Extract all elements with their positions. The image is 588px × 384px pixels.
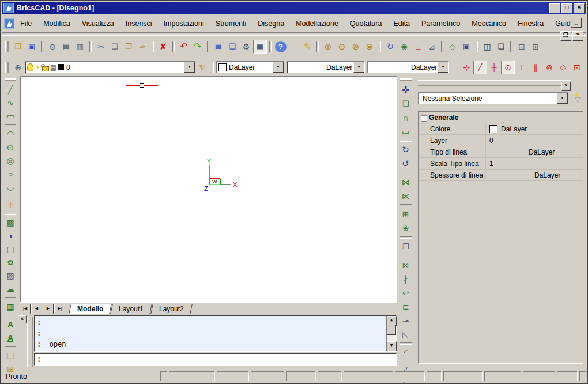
- toolbar-gripper[interactable]: [400, 78, 412, 81]
- property-value[interactable]: DaLayer: [486, 148, 583, 156]
- tab-layout1[interactable]: Layout1: [110, 304, 152, 314]
- print-icon[interactable]: ▤: [59, 40, 73, 54]
- tab-first-button[interactable]: |◀: [20, 304, 31, 314]
- status-cell[interactable]: [169, 371, 215, 381]
- mtext-icon[interactable]: A: [3, 332, 17, 345]
- menu-item-meccanico[interactable]: Meccanico: [466, 18, 512, 29]
- paste-icon[interactable]: ❐: [122, 40, 135, 54]
- snap-parallel-icon[interactable]: ∥: [529, 61, 542, 74]
- revision-cloud-icon[interactable]: ☁: [3, 283, 17, 296]
- status-cell[interactable]: [427, 371, 442, 381]
- dropdown-arrow-icon[interactable]: ▼: [557, 93, 568, 104]
- tab-layout2[interactable]: Layout2: [150, 304, 193, 314]
- render-icon[interactable]: ⊿: [425, 40, 439, 54]
- toolbar-gripper[interactable]: [5, 62, 9, 73]
- polyline-icon[interactable]: ∿: [3, 96, 17, 110]
- block-icon[interactable]: ❑: [3, 349, 17, 363]
- snap-perpendicular-icon[interactable]: ⊥: [515, 61, 529, 74]
- tab-prev-button[interactable]: ◀: [31, 304, 42, 314]
- menu-item-parametrico[interactable]: Parametrico: [416, 18, 466, 29]
- array-icon[interactable]: ⊞: [399, 208, 413, 221]
- menu-item-visualizza[interactable]: Visualizza: [76, 18, 120, 29]
- trim-icon[interactable]: ⊠: [399, 258, 413, 272]
- tools-icon[interactable]: ⚙: [239, 40, 253, 54]
- collapse-icon[interactable]: −: [421, 115, 427, 122]
- array-3d-icon[interactable]: ❀: [399, 221, 413, 235]
- minimize-button[interactable]: _: [549, 3, 560, 13]
- redo-icon[interactable]: ↷: [191, 40, 205, 54]
- menu-item-disegna[interactable]: Disegna: [252, 18, 290, 29]
- app-icon[interactable]: [3, 3, 14, 13]
- menu-item-modellazione[interactable]: Modellazione: [290, 18, 344, 29]
- document-icon[interactable]: [4, 18, 14, 29]
- properties-list-icon[interactable]: ▤: [212, 40, 225, 54]
- menu-item-modifica[interactable]: Modifica: [37, 18, 76, 29]
- status-cell[interactable]: [217, 371, 249, 381]
- ellipse-icon[interactable]: ○: [3, 170, 17, 178]
- snap-nearest-icon[interactable]: ⊹: [459, 61, 473, 74]
- offset-icon[interactable]: ∩: [399, 111, 413, 125]
- snap-tangent-icon[interactable]: ⊚: [542, 61, 556, 74]
- command-history[interactable]: : : : _open ▲ ▼: [34, 315, 397, 352]
- sheet-set-icon[interactable]: ❏: [225, 40, 239, 54]
- quick-select-icon[interactable]: ⚡ ▽: [573, 93, 583, 104]
- view-3d-icon[interactable]: ◇: [446, 40, 459, 54]
- status-cell[interactable]: [557, 371, 578, 381]
- cut-icon[interactable]: ✂: [94, 40, 108, 54]
- explode-icon[interactable]: ◺: [399, 327, 413, 341]
- mirror-3d-icon[interactable]: ⋉: [399, 189, 413, 203]
- snap-center-icon[interactable]: ⊙: [501, 61, 515, 74]
- command-input[interactable]: :: [34, 353, 397, 366]
- zoom-previous-icon[interactable]: ⊜: [363, 40, 376, 54]
- menu-item-finestra[interactable]: Finestra: [512, 18, 549, 29]
- status-cell[interactable]: [523, 371, 555, 381]
- gradient-icon[interactable]: ◑: [3, 229, 17, 243]
- rotate-icon[interactable]: ↻: [399, 143, 413, 157]
- entity-ungroup-icon[interactable]: ⊞: [529, 40, 542, 54]
- property-value[interactable]: DaLayer: [486, 171, 583, 179]
- break-icon[interactable]: ⊸: [399, 314, 413, 327]
- new-window-icon[interactable]: ❏: [494, 40, 508, 54]
- panel-close-button[interactable]: ×: [561, 82, 571, 91]
- selection-combo[interactable]: Nessuna Selezione ▼: [418, 92, 568, 104]
- stretch-icon[interactable]: ▭: [399, 125, 413, 138]
- match-properties-icon[interactable]: ✑: [135, 40, 149, 54]
- hatch-icon[interactable]: ▩: [3, 216, 17, 229]
- redline-icon[interactable]: ✎: [300, 40, 314, 54]
- color-combo[interactable]: DaLayer ▼: [216, 61, 284, 73]
- menu-item-strumenti[interactable]: Strumenti: [210, 18, 252, 29]
- pedit-open-icon[interactable]: ⊏: [399, 300, 413, 314]
- property-value[interactable]: 0: [486, 137, 583, 145]
- open-icon[interactable]: ❒: [11, 40, 25, 54]
- look-from-icon[interactable]: ◉: [397, 40, 411, 54]
- tab-next-button[interactable]: ▶: [43, 304, 54, 314]
- rotate-3d-icon[interactable]: ↺: [399, 157, 413, 171]
- menu-item-edita[interactable]: Edita: [387, 18, 416, 29]
- status-cell[interactable]: [395, 371, 425, 381]
- print-preview-icon[interactable]: ⊙: [46, 40, 59, 54]
- plot-icon[interactable]: ▥: [73, 40, 87, 54]
- mirror-icon[interactable]: ⋈: [399, 175, 413, 189]
- region-icon[interactable]: ▢: [3, 243, 17, 256]
- snap-quadrant-icon[interactable]: ◇: [556, 61, 570, 74]
- lineweight-combo[interactable]: DaLayer ▼: [367, 61, 449, 73]
- boundary-icon[interactable]: ✿: [3, 256, 17, 269]
- scrollbar-thumb[interactable]: [387, 325, 396, 335]
- zoom-in-icon[interactable]: ⊕: [321, 40, 335, 54]
- snap-midpoint-icon[interactable]: ┼: [487, 61, 501, 74]
- menu-item-impostazioni[interactable]: Impostazioni: [158, 18, 210, 29]
- fillet-icon[interactable]: ◜: [399, 346, 413, 360]
- menu-item-file[interactable]: File: [14, 18, 37, 29]
- delete-icon[interactable]: ✘: [156, 40, 170, 54]
- snap-endpoint-icon[interactable]: ╱: [473, 61, 487, 74]
- donut-icon[interactable]: ◎: [3, 154, 17, 167]
- ellipse-arc-icon[interactable]: ◡: [3, 180, 17, 194]
- child-minimize-button[interactable]: _: [571, 18, 582, 28]
- status-cell[interactable]: [344, 371, 393, 381]
- copy-entities-icon[interactable]: ❏: [399, 97, 413, 111]
- command-scrollbar[interactable]: ▲ ▼: [386, 316, 396, 351]
- layer-combo[interactable]: ☀ ▤ 0 ▼: [25, 61, 195, 73]
- tab-modello[interactable]: Modello: [69, 304, 112, 314]
- zoom-window-icon[interactable]: ⊛: [349, 40, 363, 54]
- status-cell[interactable]: [443, 371, 483, 381]
